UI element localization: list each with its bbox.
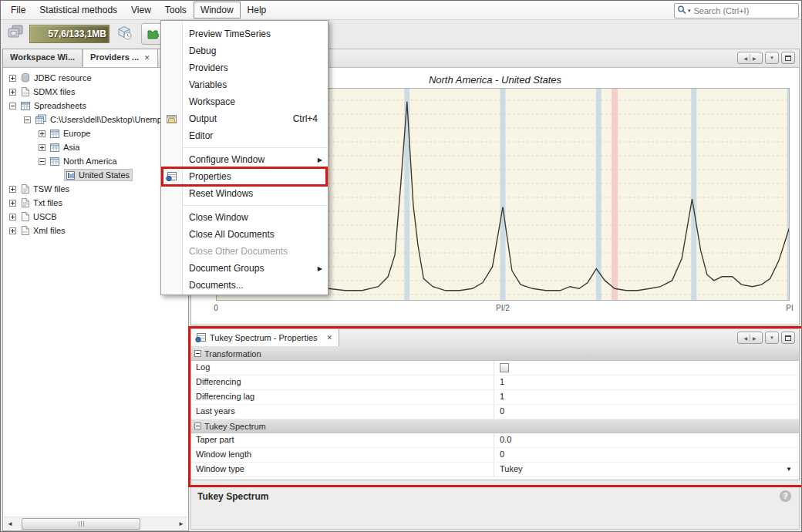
collapse-icon[interactable] bbox=[24, 116, 31, 123]
property-section-tukey-spectrum[interactable]: Tukey Spectrum bbox=[191, 419, 799, 433]
property-value[interactable]: 0.0 bbox=[494, 433, 799, 447]
menu-item-close-window[interactable]: Close Window bbox=[161, 209, 328, 226]
menubar-item-tools[interactable]: Tools bbox=[158, 2, 194, 19]
panel-tab-providers[interactable]: Providers ...✕ bbox=[83, 49, 158, 67]
property-value-text[interactable]: 0 bbox=[500, 406, 504, 416]
xml-file-icon: <> bbox=[20, 86, 30, 97]
collapse-icon[interactable] bbox=[194, 350, 201, 357]
quick-search[interactable]: ▾ bbox=[674, 3, 799, 19]
menubar-item-file[interactable]: File bbox=[4, 2, 32, 19]
menu-item-variables[interactable]: Variables bbox=[161, 76, 328, 93]
help-icon[interactable]: ? bbox=[780, 490, 791, 502]
menu-item-close-all-documents[interactable]: Close All Documents bbox=[161, 226, 328, 243]
series-icon bbox=[66, 170, 76, 180]
property-label: Differencing bbox=[196, 377, 241, 386]
menu-item-workspace[interactable]: Workspace bbox=[161, 93, 328, 110]
spreadsheet-stack-icon bbox=[35, 114, 47, 125]
menubar-item-statistical-methods[interactable]: Statistical methods bbox=[32, 2, 124, 19]
chevron-down-icon: ▼ bbox=[767, 335, 777, 340]
menu-separator bbox=[162, 147, 327, 148]
garbage-collect-icon[interactable] bbox=[116, 24, 133, 44]
menu-item-output[interactable]: OutputCtrl+4 bbox=[161, 110, 328, 127]
search-input[interactable] bbox=[692, 5, 796, 16]
menu-item-preview-timeseries[interactable]: Preview TimeSeries bbox=[161, 25, 328, 42]
property-row-differencing: Differencing1 bbox=[191, 375, 799, 390]
menubar-item-view[interactable]: View bbox=[124, 2, 158, 19]
property-value[interactable]: 1 bbox=[494, 390, 799, 404]
menu-item-editor[interactable]: Editor bbox=[161, 127, 328, 144]
menu-item-label: Providers bbox=[189, 62, 228, 73]
horizontal-scrollbar[interactable]: ◄ ► bbox=[4, 517, 187, 530]
close-icon[interactable]: ✕ bbox=[327, 334, 333, 342]
maximize-window-button[interactable] bbox=[781, 52, 795, 64]
scroll-right-icon[interactable]: ► bbox=[175, 517, 187, 530]
menu-item-document-groups[interactable]: Document Groups▶ bbox=[161, 260, 328, 277]
save-all-icon[interactable] bbox=[7, 24, 25, 43]
property-value-text[interactable]: Tukey bbox=[500, 464, 523, 473]
scrollbar-thumb[interactable] bbox=[22, 518, 140, 530]
scroll-right-icon[interactable]: ▶ bbox=[750, 335, 759, 341]
property-value-text[interactable]: 0 bbox=[500, 450, 504, 459]
menu-item-properties[interactable]: Properties bbox=[161, 168, 328, 185]
property-value[interactable]: 0 bbox=[494, 448, 799, 462]
memory-usage-label: 57,6/133,1MB bbox=[49, 29, 109, 39]
search-caret-icon[interactable]: ▾ bbox=[688, 8, 691, 14]
property-section-transformation[interactable]: Transformation bbox=[191, 347, 799, 361]
panel-tab-label: Providers ... bbox=[90, 52, 139, 62]
maximize-window-button[interactable] bbox=[781, 332, 795, 344]
seasonal-frequency-band bbox=[500, 88, 506, 301]
toolbar: 57,6/133,1MB C bbox=[1, 20, 801, 47]
properties-tab-label: Tukey Spectrum - Properties bbox=[210, 333, 318, 342]
submenu-arrow-icon: ▶ bbox=[318, 152, 322, 169]
expand-icon[interactable] bbox=[39, 144, 45, 151]
collapse-icon[interactable] bbox=[39, 158, 45, 165]
expand-icon[interactable] bbox=[9, 75, 16, 82]
expand-icon[interactable] bbox=[9, 89, 16, 96]
expand-icon[interactable] bbox=[9, 227, 16, 234]
scroll-left-icon[interactable]: ◄ bbox=[4, 517, 16, 530]
properties-icon bbox=[195, 332, 206, 344]
property-value-text[interactable]: 1 bbox=[500, 392, 504, 401]
menu-item-label: Debug bbox=[189, 45, 216, 56]
menubar-item-window[interactable]: Window bbox=[194, 2, 241, 19]
scroll-left-icon[interactable]: ◀ bbox=[741, 56, 750, 61]
section-header-label: Transformation bbox=[204, 349, 261, 359]
menu-item-label: Properties bbox=[189, 171, 231, 182]
window-list-dropdown-button[interactable]: ▼ bbox=[765, 332, 779, 344]
expand-icon[interactable] bbox=[9, 214, 16, 221]
property-value-text[interactable]: 1 bbox=[500, 377, 504, 386]
memory-gauge[interactable]: 57,6/133,1MB bbox=[29, 25, 110, 43]
xml-file-icon: <> bbox=[20, 225, 30, 236]
menu-item-documents[interactable]: Documents... bbox=[161, 277, 328, 294]
expand-icon[interactable] bbox=[9, 200, 16, 207]
menubar-item-help[interactable]: Help bbox=[241, 2, 274, 19]
expand-icon[interactable] bbox=[39, 130, 45, 137]
property-value[interactable]: 1 bbox=[494, 375, 799, 389]
scroll-right-icon[interactable]: ▶ bbox=[750, 56, 759, 61]
menu-item-reset-windows[interactable]: Reset Windows bbox=[161, 185, 328, 202]
property-value-text[interactable]: 0.0 bbox=[500, 435, 511, 444]
properties-tab[interactable]: Tukey Spectrum - Properties ✕ bbox=[191, 329, 339, 346]
scroll-left-icon[interactable]: ◀ bbox=[741, 335, 750, 341]
expand-icon[interactable] bbox=[9, 186, 16, 193]
property-value[interactable]: Tukey▼ bbox=[494, 463, 799, 476]
close-icon[interactable]: ✕ bbox=[144, 54, 150, 62]
property-label: Taper part bbox=[196, 435, 234, 444]
property-value[interactable] bbox=[494, 361, 799, 375]
panel-tab-workspace-wi[interactable]: Workspace Wi... bbox=[3, 49, 83, 67]
chevron-down-icon[interactable]: ▼ bbox=[786, 466, 792, 473]
scroll-tabs-buttons[interactable]: ◀▶ bbox=[737, 332, 763, 344]
collapse-icon[interactable] bbox=[9, 103, 16, 109]
menu-item-configure-window[interactable]: Configure Window▶ bbox=[161, 151, 328, 168]
collapse-icon[interactable] bbox=[194, 423, 201, 429]
property-label: Window length bbox=[196, 450, 251, 459]
window-list-dropdown-button[interactable]: ▼ bbox=[765, 52, 779, 64]
tree-item-label: Europe bbox=[63, 129, 90, 138]
menu-item-providers[interactable]: Providers bbox=[161, 59, 328, 76]
checkbox-log[interactable] bbox=[500, 363, 509, 372]
scroll-tabs-buttons[interactable]: ◀▶ bbox=[737, 52, 763, 64]
menu-item-label: Output bbox=[189, 113, 217, 124]
selected-tree-item[interactable]: United States bbox=[64, 169, 133, 181]
menu-item-debug[interactable]: Debug bbox=[161, 42, 328, 59]
property-value[interactable]: 0 bbox=[494, 405, 799, 419]
